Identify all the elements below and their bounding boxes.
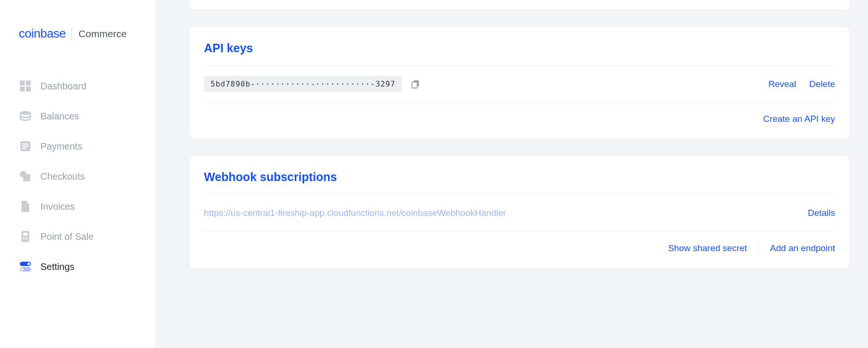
svg-point-14 [25,237,26,238]
card-title: API keys [204,41,835,55]
svg-point-17 [25,239,26,240]
api-key-row: 5bd7890b-···········-···········-3297 Re… [204,65,835,102]
svg-rect-2 [20,87,25,92]
svg-rect-7 [22,146,29,147]
sidebar-item-label: Checkouts [40,171,85,182]
sidebar-item-settings[interactable]: Settings [19,252,155,282]
api-keys-footer: Create an API key [204,102,835,138]
svg-rect-6 [22,143,29,144]
reveal-button[interactable]: Reveal [768,79,796,89]
sidebar-item-label: Balances [40,111,79,122]
svg-point-13 [23,237,24,238]
add-endpoint-button[interactable]: Add an endpoint [770,243,835,253]
webhook-details-button[interactable]: Details [808,208,835,218]
svg-point-22 [21,268,23,270]
sidebar-item-payments[interactable]: Payments [19,131,155,161]
sidebar-item-label: Dashboard [40,81,86,92]
svg-rect-3 [26,87,31,92]
api-keys-card: API keys 5bd7890b-···········-··········… [190,27,849,138]
svg-rect-12 [23,233,27,236]
previous-card-bottom [190,0,849,9]
pos-icon [19,230,32,243]
main-content: API keys 5bd7890b-···········-··········… [155,0,868,348]
delete-button[interactable]: Delete [809,79,835,89]
toggles-icon [19,260,32,273]
sidebar-item-label: Settings [40,261,74,272]
sidebar-item-balances[interactable]: Balances [19,101,155,131]
sidebar-item-label: Invoices [40,201,75,212]
svg-rect-1 [26,80,31,86]
sidebar-item-point-of-sale[interactable]: Point of Sale [19,221,155,252]
svg-rect-8 [22,148,26,149]
divider [759,243,759,254]
brand-logo: coinbase Commerce [0,26,155,41]
brand-product: Commerce [78,28,127,40]
webhooks-card: Webhook subscriptions https://us-central… [190,156,849,268]
sidebar-item-checkouts[interactable]: Checkouts [19,161,155,191]
svg-point-15 [26,237,27,238]
svg-point-4 [21,111,31,115]
list-icon [19,140,32,153]
copy-icon[interactable] [410,79,421,89]
create-api-key-button[interactable]: Create an API key [763,114,835,124]
webhook-url[interactable]: https://us-central1-fireship-app.cloudfu… [204,208,506,218]
sidebar-item-dashboard[interactable]: Dashboard [19,71,155,101]
svg-point-16 [23,239,24,240]
card-title: Webhook subscriptions [204,170,835,184]
svg-point-18 [26,239,27,240]
sidebar-item-label: Payments [40,141,82,152]
svg-point-20 [27,262,30,265]
webhooks-footer: Show shared secret Add an endpoint [204,231,835,268]
brand-name: coinbase [19,26,66,41]
api-key-masked: 5bd7890b-···········-···········-3297 [204,76,402,92]
sidebar-item-invoices[interactable]: Invoices [19,191,155,221]
sidebar-item-label: Point of Sale [40,231,94,242]
dashboard-icon [19,79,32,93]
svg-rect-24 [412,82,417,88]
coins-icon [19,110,32,123]
logo-divider [71,27,72,40]
show-shared-secret-button[interactable]: Show shared secret [668,243,747,253]
file-icon [19,200,32,213]
webhook-row: https://us-central1-fireship-app.cloudfu… [204,194,835,231]
svg-rect-10 [23,174,30,181]
checkouts-icon [19,170,32,183]
svg-rect-0 [20,80,25,86]
sidebar: coinbase Commerce Dashboard Balances Pay… [0,0,155,348]
sidebar-nav: Dashboard Balances Payments Checkouts In [0,71,155,282]
